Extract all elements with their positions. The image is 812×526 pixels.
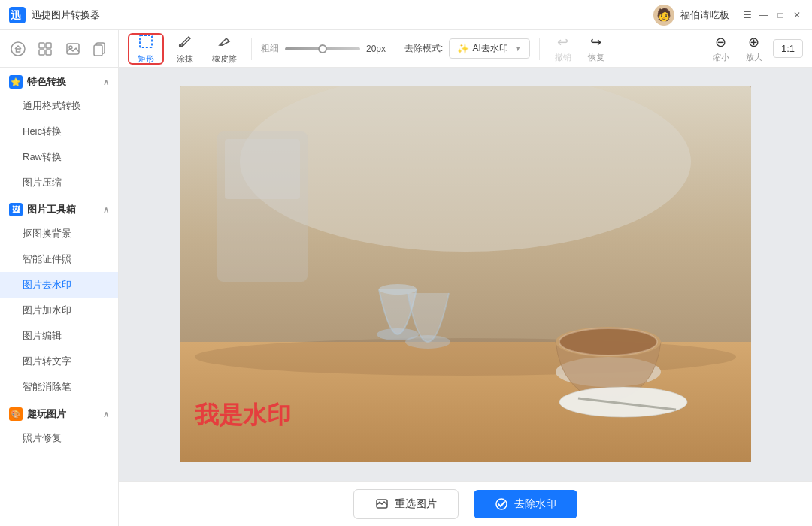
- zoom-ratio-display: 1:1: [773, 39, 803, 58]
- window-controls: ☰ — □ ✕: [741, 9, 803, 21]
- watermark-text: 我是水印: [195, 399, 291, 432]
- sidebar-item-heic[interactable]: Heic转换: [0, 119, 118, 144]
- fun-icon: 🎨: [9, 407, 23, 421]
- main-layout: ⭐ 特色转换 ∧ 通用格式转换 Heic转换 Raw转换 图片压缩 🖼 图片工具…: [0, 30, 812, 526]
- undo-redo-group: ↩ 撤销 ↪ 恢复: [549, 31, 611, 66]
- divider-4: [620, 38, 620, 60]
- feature-chevron: ∧: [103, 77, 109, 87]
- divider-3: [539, 38, 540, 60]
- divider-1: [251, 38, 252, 60]
- sidebar-item-addwm[interactable]: 图片加水印: [0, 298, 118, 323]
- svg-rect-12: [140, 35, 152, 47]
- zoom-out-icon: ⊖: [715, 34, 726, 50]
- rect-tool-button[interactable]: 矩形: [128, 33, 164, 65]
- section-toolbox: 🖼 图片工具箱 ∧ 抠图换背景 智能证件照 图片去水印 图片加水印 图片编辑 图…: [0, 195, 118, 400]
- section-feature-header[interactable]: ⭐ 特色转换 ∧: [0, 68, 118, 93]
- image-container: 我是水印: [180, 86, 751, 462]
- section-feature: ⭐ 特色转换 ∧ 通用格式转换 Heic转换 Raw转换 图片压缩: [0, 68, 118, 195]
- remove-watermark-button[interactable]: 去除水印: [474, 490, 577, 518]
- eraser-tool-button[interactable]: 橡皮擦: [206, 33, 242, 65]
- reselect-icon: [375, 497, 389, 511]
- close-button[interactable]: ✕: [791, 9, 803, 21]
- svg-rect-3: [17, 49, 20, 52]
- rect-tool-label: 矩形: [138, 53, 154, 65]
- sidebar-item-edit[interactable]: 图片编辑: [0, 323, 118, 349]
- bottom-bar: 重选图片 去除水印: [119, 481, 812, 526]
- remove-mode-select[interactable]: ✨ AI去水印 ▼: [449, 38, 529, 59]
- sidebar-item-compress[interactable]: 图片压缩: [0, 170, 118, 195]
- sidebar-item-bg[interactable]: 抠图换背景: [0, 221, 118, 246]
- eraser-tool-icon: [216, 33, 232, 52]
- remove-wm-icon: [495, 497, 508, 511]
- remove-mode-control: 去除模式: ✨ AI去水印 ▼: [404, 38, 530, 59]
- minimize-button[interactable]: —: [758, 9, 770, 21]
- sidebar-item-erase[interactable]: 智能消除笔: [0, 374, 118, 400]
- toolbox-icon: 🖼: [9, 203, 23, 216]
- remove-mode-value: AI去水印: [472, 42, 508, 55]
- zoom-out-button[interactable]: ⊖ 缩小: [707, 31, 735, 66]
- svg-rect-6: [39, 50, 44, 55]
- brush-tool-button[interactable]: 涂抹: [167, 33, 203, 65]
- tool-group: 矩形 涂抹: [128, 33, 242, 65]
- remove-watermark-button-label: 去除水印: [514, 497, 556, 511]
- zoom-in-icon: ⊕: [748, 34, 759, 50]
- svg-rect-7: [46, 50, 51, 55]
- sidebar-item-watermark[interactable]: 图片去水印: [0, 272, 118, 298]
- zoom-out-label: 缩小: [713, 52, 729, 63]
- remove-mode-chevron: ▼: [514, 44, 522, 53]
- brush-tool-icon: [177, 33, 193, 52]
- zoom-in-button[interactable]: ⊕ 放大: [740, 31, 768, 66]
- sidebar-item-id[interactable]: 智能证件照: [0, 246, 118, 272]
- canvas-area[interactable]: 我是水印: [119, 68, 812, 481]
- maximize-button[interactable]: □: [774, 9, 786, 21]
- app-logo: 迅: [9, 7, 26, 23]
- svg-rect-11: [94, 45, 102, 56]
- toolbox-chevron: ∧: [103, 205, 109, 215]
- section-toolbox-label: 图片工具箱: [27, 203, 76, 216]
- sidebar-item-ocr[interactable]: 图片转文字: [0, 349, 118, 374]
- top-nav: [0, 30, 118, 68]
- svg-rect-5: [46, 43, 51, 48]
- sidebar-item-general[interactable]: 通用格式转换: [0, 93, 118, 119]
- remove-mode-label: 去除模式:: [404, 42, 443, 55]
- zoom-in-label: 放大: [746, 52, 762, 63]
- brush-size-value: 20px: [366, 44, 386, 54]
- redo-button[interactable]: ↪ 恢复: [582, 31, 611, 66]
- svg-rect-4: [39, 43, 44, 48]
- username: 福伯请吃板: [680, 8, 729, 22]
- brush-tool-label: 涂抹: [177, 53, 193, 65]
- reselect-button-label: 重选图片: [395, 497, 437, 511]
- svg-text:迅: 迅: [11, 9, 22, 21]
- redo-icon: ↪: [590, 34, 601, 50]
- zoom-controls: ⊖ 缩小 ⊕ 放大 1:1: [707, 31, 803, 66]
- fun-chevron: ∧: [103, 410, 109, 419]
- feature-icon: ⭐: [9, 75, 23, 89]
- section-fun-header[interactable]: 🎨 趣玩图片 ∧: [0, 400, 118, 425]
- main-image: 我是水印: [180, 86, 751, 462]
- rect-tool-icon: [138, 33, 154, 52]
- reselect-image-button[interactable]: 重选图片: [353, 489, 459, 519]
- nav-image-icon[interactable]: [61, 36, 85, 62]
- brush-size-control: 粗细 20px: [261, 42, 386, 55]
- menu-button[interactable]: ☰: [741, 9, 753, 21]
- sidebar-item-restore[interactable]: 照片修复: [0, 425, 118, 451]
- undo-label: 撤销: [555, 52, 571, 63]
- brush-thin-label: 粗细: [261, 42, 279, 55]
- section-fun: 🎨 趣玩图片 ∧ 照片修复: [0, 400, 118, 451]
- section-toolbox-header[interactable]: 🖼 图片工具箱 ∧: [0, 195, 118, 221]
- sidebar-item-raw[interactable]: Raw转换: [0, 144, 118, 170]
- content-area: 矩形 涂抹: [119, 30, 812, 526]
- nav-home-icon[interactable]: [6, 36, 30, 62]
- undo-button[interactable]: ↩ 撤销: [549, 31, 577, 66]
- svg-point-31: [379, 501, 381, 503]
- brush-slider-thumb: [318, 44, 327, 53]
- undo-icon: ↩: [557, 34, 568, 50]
- brush-slider[interactable]: [285, 47, 360, 50]
- titlebar: 迅 迅捷图片转换器 🧑 福伯请吃板 ☰ — □ ✕: [0, 0, 812, 30]
- section-fun-label: 趣玩图片: [27, 407, 66, 421]
- nav-grid-icon[interactable]: [33, 36, 57, 62]
- section-feature-label: 特色转换: [27, 75, 66, 89]
- ai-mode-icon: ✨: [457, 43, 469, 54]
- nav-copy-icon[interactable]: [88, 36, 112, 62]
- user-area: 🧑 福伯请吃板: [653, 5, 729, 26]
